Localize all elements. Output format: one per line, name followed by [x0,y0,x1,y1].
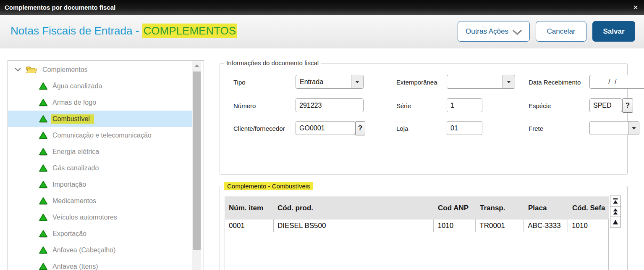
serie-field[interactable]: 1 [447,98,482,112]
folder-open-icon [26,65,37,74]
tree-item[interactable]: Gás canalizado [8,160,192,176]
dropdown-arrow-icon [628,122,639,135]
frete-dropdown[interactable] [589,121,639,135]
outras-acoes-button[interactable]: Outras Ações [458,21,530,42]
tree-item-label: Energia elétrica [52,148,99,156]
frete-label: Frete [529,125,543,132]
green-triangle-icon [39,131,48,140]
window-title: Complementos por documento fiscal [5,4,115,11]
fieldset-informacoes-legend: Informações do documento fiscal [224,59,321,66]
salvar-button[interactable]: Salvar [592,21,635,42]
grid-header: Núm. itemCód. prod.Cod ANPTransp.PlacaCó… [225,196,609,220]
green-triangle-icon [39,164,48,172]
green-triangle-icon [39,262,48,270]
grid-cell[interactable]: TR0001 [476,220,524,232]
tree-item-label: Combustível [51,114,94,124]
up-icon [612,219,619,225]
especie-field[interactable]: SPED [589,98,622,112]
green-triangle-icon [39,115,48,123]
table-row[interactable]: 0001DIESEL BS5001010TR0001ABC-33331010 [225,220,608,232]
tree-item-label: Exportação [52,230,86,238]
tree-item-label: Veículos automotores [52,214,117,221]
tree-item[interactable]: Comunicação e telecomunicação [8,127,192,143]
green-triangle-icon [39,180,48,189]
grid-column-header[interactable]: Placa [524,204,568,212]
grid-column-header[interactable]: Cod ANP [434,204,476,212]
numero-field[interactable]: 291223 [296,98,364,112]
green-triangle-icon [39,98,48,107]
grid-cell[interactable]: ABC-3333 [524,220,568,232]
page-title: Notas Fiscais de Entrada - COMPLEMENTOS [10,24,237,37]
green-triangle-icon [39,148,48,156]
tree-item-label: Armas de fogo [52,99,96,106]
close-icon[interactable]: ✕ [630,0,641,15]
scroll-top-icon [612,198,619,204]
grid-column-header[interactable]: Cód. prod. [273,204,434,212]
scrollbar-thumb[interactable] [193,71,201,250]
cancelar-button[interactable]: Cancelar [536,21,586,42]
tree-item-label: Anfavea (Itens) [52,263,98,270]
tree-item-label: Anfavea (Cabeçalho) [52,246,115,254]
grid-first-row-button[interactable] [610,196,621,206]
tree-item[interactable]: Veículos automotores [8,209,192,225]
tree-scrollbar[interactable] [192,61,201,270]
scroll-up-icon[interactable] [192,61,201,70]
grid-body: 0001DIESEL BS5001010TR0001ABC-33331010 [225,220,609,270]
especie-label: Espécie [529,102,551,109]
page-title-text: Notas Fiscais de Entrada - [10,24,142,37]
tree-item[interactable]: Combustível [8,111,192,127]
tree-item[interactable]: Medicamentos [8,193,192,209]
grid-column-header[interactable]: Cód. Sefa [568,204,608,212]
cliente-field[interactable]: GO0001 [296,121,355,135]
tipo-dropdown[interactable]: Entrada [296,75,364,89]
tree-item[interactable]: Energia elétrica [8,143,192,160]
extemporanea-dropdown[interactable] [447,75,515,89]
page-title-highlight: COMPLEMENTOS [142,24,238,38]
double-up-icon [612,208,619,215]
data-recebimento-field[interactable]: / / [589,75,644,89]
grid-column-header[interactable]: Transp. [476,204,524,212]
extemporanea-label: Extemporânea [396,79,437,86]
green-triangle-icon [39,197,48,205]
tree-root-label: Complementos [42,66,88,74]
outras-acoes-label: Outras Ações [466,27,508,36]
data-recebimento-label: Data Recebimento [529,79,581,86]
grid-column-header[interactable]: Núm. item [225,204,273,212]
tree-list: ComplementosÁgua canalizadaArmas de fogo… [8,61,204,270]
tree-item-label: Importação [52,181,86,188]
green-triangle-icon [39,230,48,238]
tree-item[interactable]: Anfavea (Itens) [8,258,192,270]
grid-page-up-button[interactable] [610,206,621,217]
grid-cell[interactable]: 0001 [225,220,274,232]
fieldset-complemento: Complemento - Combustíveis Núm. itemCód.… [220,186,628,270]
grid-cell[interactable]: 1010 [434,220,476,232]
green-triangle-icon [39,213,48,222]
tree-item[interactable]: Importação [8,176,192,193]
tree-item[interactable]: Anfavea (Cabeçalho) [8,242,192,258]
dropdown-arrow-icon [351,75,363,88]
tipo-label: Tipo [233,79,246,86]
serie-label: Série [396,102,411,109]
tree-item[interactable]: Água canalizada [8,78,192,94]
grid-cell[interactable]: DIESEL BS500 [274,220,434,232]
green-triangle-icon [39,246,48,254]
green-triangle-icon [39,82,48,90]
loja-field[interactable]: 01 [447,121,482,135]
grid-row-up-button[interactable] [610,217,621,228]
grid-scroll-buttons [610,196,621,228]
cliente-lookup-button[interactable]: ? [355,121,365,135]
tree-item-label: Comunicação e telecomunicação [52,132,152,139]
fieldset-informacoes: Informações do documento fiscal Tipo Ent… [220,63,628,175]
tree-item[interactable]: Armas de fogo [8,94,192,111]
chevron-down-icon[interactable] [15,68,21,72]
cliente-label: Cliente/fornecedor [233,125,285,132]
tree-item[interactable]: Exportação [8,225,192,242]
tree-item-label: Medicamentos [52,197,96,205]
window-titlebar: Complementos por documento fiscal ✕ [0,0,644,15]
especie-lookup-button[interactable]: ? [622,98,633,113]
grid-cell[interactable]: 1010 [568,220,608,232]
dropdown-arrow-icon [503,75,515,88]
tree-item-label: Gás canalizado [52,164,99,172]
tree-root-complementos[interactable]: Complementos [8,61,192,78]
chevron-down-icon [513,30,522,35]
